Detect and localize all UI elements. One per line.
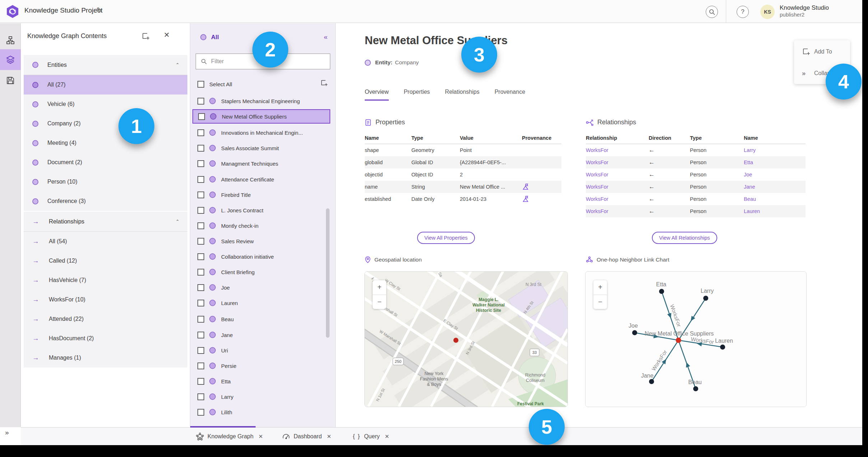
schema-hierarchy-button[interactable] [0,30,21,51]
sidebar-item-meeting[interactable]: Meeting (4) [24,133,187,153]
tab-knowledge-graph[interactable]: Knowledge Graph ✕ [196,428,263,445]
close-panel-icon[interactable]: ✕ [164,31,170,39]
table-row[interactable]: WorksFor←PersonEtta [586,156,806,169]
item-checkbox[interactable] [197,253,204,260]
zoom-in-button[interactable]: + [593,280,607,295]
list-item[interactable]: Innovations in Mechanical Engin... [192,125,330,140]
table-row[interactable]: objectidObject ID2 [365,169,561,181]
entity-link[interactable]: Beau [744,196,806,202]
list-item[interactable]: L. Jones Contract [192,203,330,217]
close-tab-icon[interactable]: ✕ [258,433,263,440]
zoom-out-button[interactable]: − [593,295,607,309]
table-row[interactable]: WorksFor←PersonLarry [586,144,806,156]
help-button[interactable]: ? [737,6,749,18]
relationship-link[interactable]: WorksFor [586,172,649,177]
list-item[interactable]: Sales Review [192,234,330,248]
list-item[interactable]: Beau [192,312,330,326]
list-item[interactable]: Sales Associate Summit [192,141,330,155]
tab-dashboard[interactable]: Dashboard ✕ [282,428,331,445]
zoom-out-button[interactable]: − [373,295,386,309]
item-checkbox[interactable] [197,176,204,183]
table-row[interactable]: shapeGeometryPoint [365,144,561,156]
close-tab-icon[interactable]: ✕ [327,433,331,440]
sidebar-item-worksfor[interactable]: →WorksFor (10) [24,290,187,309]
item-checkbox[interactable] [197,300,204,306]
node-jane[interactable] [649,379,654,384]
relationships-header[interactable]: → Relationships ⌃ [24,212,187,232]
list-item[interactable]: Staplers Mechanical Engineering [192,94,330,108]
edit-title-icon[interactable]: ✎ [96,6,102,14]
sidebar-item-hasvehicle[interactable]: →HasVehicle (7) [24,271,187,290]
list-item[interactable]: Lilith [192,405,330,419]
node-beau[interactable] [693,386,698,391]
expand-rail-button[interactable]: » [5,429,8,437]
list-item[interactable]: Etta [192,374,330,388]
table-row[interactable]: WorksFor←PersonJane [586,181,806,193]
sidebar-item-rel-all[interactable]: →All (54) [24,232,187,251]
sidebar-item-conference[interactable]: Conference (3) [24,191,187,211]
item-checkbox[interactable] [197,222,204,229]
table-row[interactable]: establishedDate Only2014-01-23 [365,193,561,205]
provenance-flag-icon[interactable] [522,195,529,203]
entity-link[interactable]: Larry [744,147,806,153]
item-checkbox[interactable] [197,129,204,136]
table-row[interactable]: WorksFor←PersonLauren [586,205,806,217]
list-item[interactable]: Larry [192,389,330,404]
list-item[interactable]: Montly check-in [192,218,330,233]
item-checkbox[interactable] [197,145,204,152]
item-checkbox[interactable] [197,98,204,105]
list-item[interactable]: Attendance Certificate [192,172,330,186]
sidebar-item-company[interactable]: Company (2) [24,114,187,133]
node-joe[interactable] [632,330,637,335]
layers-button-selected[interactable] [0,49,21,70]
item-checkbox[interactable] [197,332,204,338]
add-to-button[interactable]: Add To [794,43,850,60]
list-item[interactable]: Firebird Title [192,188,330,202]
table-row[interactable]: globalidGlobal ID{A228944F-0EF5-... [365,156,561,169]
chevron-up-icon[interactable]: ⌃ [176,219,179,224]
node-center[interactable] [676,338,681,343]
entity-link[interactable]: Jane [744,184,806,190]
relationship-link[interactable]: WorksFor [586,196,649,202]
relationship-link[interactable]: WorksFor [586,184,649,190]
list-item[interactable]: Collaboration initiative [192,249,330,264]
list-item[interactable]: Persie [192,359,330,373]
sidebar-item-entities-all[interactable]: All (27) [24,75,187,94]
tab-query[interactable]: { } Query ✕ [353,428,389,445]
item-checkbox[interactable] [197,316,204,323]
sidebar-item-manages[interactable]: →Manages (1) [24,348,187,368]
entities-header[interactable]: Entities ⌃ [24,55,187,75]
list-scrollbar[interactable] [326,208,330,338]
item-checkbox[interactable] [197,269,204,276]
provenance-flag-icon[interactable] [522,183,529,190]
view-all-relationships-button[interactable]: View All Relationships [652,232,717,244]
chevron-up-icon[interactable]: ⌃ [176,62,179,68]
table-row[interactable]: WorksFor←PersonBeau [586,193,806,205]
relationship-link[interactable]: WorksFor [586,160,649,165]
list-item[interactable]: Managment Techniques [192,156,330,171]
sidebar-item-attended[interactable]: →Attended (22) [24,309,187,329]
item-checkbox[interactable] [197,207,204,214]
node-etta[interactable] [659,289,664,294]
tab-overview[interactable]: Overview [365,89,389,101]
list-item[interactable]: Lauren [192,296,330,310]
relationship-link[interactable]: WorksFor [586,147,649,153]
tab-provenance[interactable]: Provenance [495,89,525,101]
item-checkbox[interactable] [197,363,204,369]
save-button[interactable] [0,70,21,91]
item-checkbox[interactable] [197,347,204,354]
item-checkbox[interactable] [198,113,205,120]
select-all-row[interactable]: Select All [197,81,232,88]
select-all-checkbox[interactable] [197,81,204,88]
item-checkbox[interactable] [197,160,204,167]
relationship-link[interactable]: WorksFor [586,208,649,214]
node-lauren[interactable] [720,345,725,350]
item-checkbox[interactable] [197,191,204,198]
entity-link[interactable]: Etta [744,160,806,165]
sidebar-item-person[interactable]: Person (10) [24,172,187,191]
list-item[interactable]: Jane [192,328,330,342]
tab-relationships[interactable]: Relationships [445,89,480,101]
add-layer-button[interactable] [141,32,150,41]
list-item-selected[interactable]: New Metal Office Suppliers [192,109,330,124]
avatar[interactable]: KS [760,5,775,19]
